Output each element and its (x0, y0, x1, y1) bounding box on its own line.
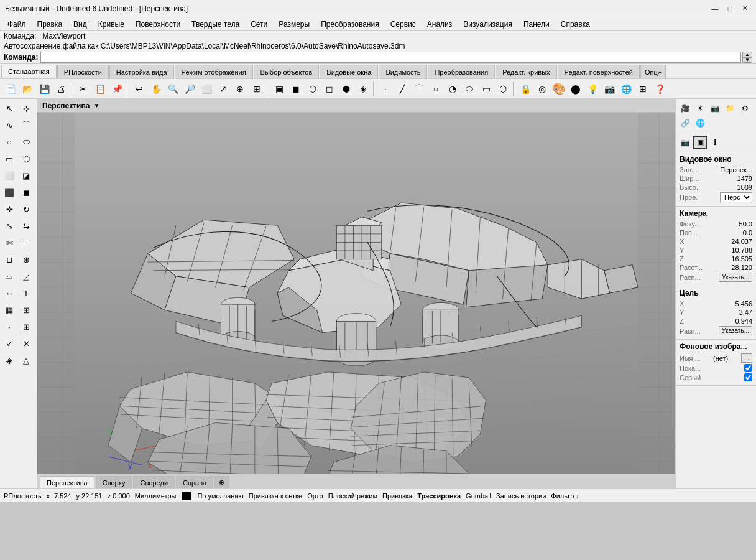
rp-btn-cam-place[interactable]: Указать... (719, 273, 752, 282)
cmd-scroll-up[interactable]: ▲ (742, 52, 752, 57)
menu-view[interactable]: Вид (68, 19, 92, 30)
close-button[interactable]: ✕ (739, 3, 751, 14)
cmd-scroll-down[interactable]: ▼ (742, 57, 752, 63)
rp-info-icon[interactable]: ℹ (708, 136, 722, 149)
tb-zoom-sel[interactable]: ⊕ (232, 81, 248, 97)
lt-scale[interactable]: ⤡ (1, 218, 17, 234)
viewport-canvas[interactable]: Z x y (37, 113, 675, 474)
lt-explode[interactable]: ⊕ (18, 251, 34, 268)
tb-shaded[interactable]: ◼ (288, 81, 304, 97)
lt-rect[interactable]: ▭ (1, 151, 17, 167)
lt-ellipse[interactable]: ⬭ (18, 134, 34, 150)
tb-circle[interactable]: ○ (428, 81, 444, 97)
cmd-input[interactable] (40, 52, 741, 63)
tb-color[interactable]: 🎨 (551, 81, 567, 97)
tb-pan[interactable]: ✋ (148, 81, 164, 97)
sb-ortho[interactable]: Орто (307, 492, 323, 500)
tb-x-ray[interactable]: ⬢ (338, 81, 354, 97)
tb-help[interactable]: ❓ (652, 81, 668, 97)
tb-zoom-all[interactable]: ⊞ (249, 81, 265, 97)
sb-flat[interactable]: Плоский режим (328, 492, 377, 500)
vp-tab-add[interactable]: ⊕ (214, 476, 229, 488)
minimize-button[interactable]: — (709, 3, 721, 14)
vp-tab-top[interactable]: Сверху (96, 476, 132, 488)
tb-line[interactable]: ╱ (394, 81, 410, 97)
lt-split[interactable]: ⊢ (18, 235, 34, 251)
menu-mesh[interactable]: Сети (246, 19, 272, 30)
lt-solid[interactable]: ◼ (18, 184, 34, 200)
lt-rotate[interactable]: ↻ (18, 201, 34, 217)
sb-snap[interactable]: Привязка (382, 492, 412, 500)
tb-ellipse[interactable]: ⬭ (461, 81, 477, 97)
tab-viewports[interactable]: Видовые окна (320, 65, 378, 78)
tb-undo[interactable]: ↩ (131, 81, 147, 97)
menu-curves[interactable]: Кривые (93, 19, 129, 30)
lt-ok[interactable]: ✓ (1, 335, 17, 352)
lt-extrude[interactable]: ⬛ (1, 184, 17, 200)
tb-print[interactable]: 🖨 (53, 81, 69, 97)
tab-select[interactable]: Выбор объектов (254, 65, 320, 78)
menu-dims[interactable]: Размеры (274, 19, 315, 30)
tb-camera-icon[interactable]: 📷 (601, 81, 617, 97)
lt-join[interactable]: ⊔ (1, 251, 17, 268)
sb-filter[interactable]: Фильтр ↓ (551, 492, 579, 500)
lt-circle[interactable]: ○ (1, 134, 17, 150)
rp-display-icon[interactable]: ▣ (693, 136, 707, 149)
lt-hatch[interactable]: ▦ (1, 302, 17, 318)
tb-light[interactable]: 💡 (584, 81, 601, 97)
tb-polyline[interactable]: ⌒ (411, 81, 427, 97)
tb-open[interactable]: 📂 (19, 81, 35, 97)
tb-material[interactable]: ⬤ (568, 81, 584, 97)
tab-edit-curves[interactable]: Редакт. кривых (496, 65, 556, 78)
menu-help[interactable]: Справка (556, 19, 595, 30)
lt-curve[interactable]: ∿ (1, 117, 17, 133)
viewport-dropdown[interactable]: ▼ (93, 102, 99, 109)
rp-btn-tgt-place[interactable]: Указать... (719, 326, 752, 335)
tb-grid[interactable]: ⊞ (635, 81, 651, 97)
lt-light[interactable]: ◈ (1, 352, 17, 368)
rp-btn-bg-browse[interactable]: ... (741, 353, 752, 363)
tab-display-mode[interactable]: Режим отображения (175, 65, 253, 78)
lt-cone[interactable]: △ (18, 352, 34, 368)
sb-history[interactable]: Запись истории (496, 492, 546, 500)
tb-zoom-win[interactable]: ⬜ (198, 81, 214, 97)
tb-wireframe[interactable]: ▣ (271, 81, 287, 97)
menu-file[interactable]: Файл (2, 19, 31, 30)
menu-surfaces[interactable]: Поверхности (131, 19, 185, 30)
tb-zoom-in[interactable]: 🔍 (165, 81, 181, 97)
rp-folder-icon[interactable]: 📁 (723, 101, 737, 115)
lt-mirror[interactable]: ⇆ (18, 218, 34, 234)
lt-control[interactable]: ⊞ (18, 319, 34, 335)
tb-new[interactable]: 📄 (2, 81, 19, 97)
lt-trim[interactable]: ✄ (1, 235, 17, 251)
tb-techd[interactable]: ◈ (355, 81, 371, 97)
lt-fillet[interactable]: ⌓ (1, 268, 17, 284)
lt-text[interactable]: T (18, 285, 34, 301)
tab-view-setup[interactable]: Настройка вида (109, 65, 174, 78)
menu-render[interactable]: Визуализация (458, 19, 517, 30)
rp-check-bg-show[interactable] (744, 364, 752, 372)
tb-save[interactable]: 💾 (36, 81, 52, 97)
rp-render-icon[interactable]: 🌐 (693, 116, 707, 130)
tab-more[interactable]: Опц» (640, 65, 666, 78)
vp-tab-front[interactable]: Спереди (133, 476, 175, 488)
tb-polygon[interactable]: ⬡ (495, 81, 511, 97)
tb-point[interactable]: · (377, 81, 394, 97)
tb-copy[interactable]: 📋 (92, 81, 108, 97)
lt-surface[interactable]: ⬜ (1, 167, 17, 184)
viewport-header[interactable]: Перспектива ▼ (37, 99, 675, 113)
tab-visibility[interactable]: Видимость (379, 65, 427, 78)
menu-analysis[interactable]: Анализ (422, 19, 458, 30)
rp-link-icon[interactable]: 🔗 (678, 116, 692, 130)
lt-move[interactable]: ✛ (1, 201, 17, 217)
sb-snap-grid[interactable]: Привязка к сетке (249, 492, 302, 500)
tb-cut[interactable]: ✂ (75, 81, 91, 97)
rp-select-proj[interactable]: Перс... Паралл... (720, 192, 752, 202)
vp-tab-perspective[interactable]: Перспектива (40, 476, 94, 488)
lt-dimension[interactable]: ↔ (1, 285, 17, 301)
rp-check-bg-grey[interactable] (744, 373, 752, 381)
lt-cancel[interactable]: ✕ (18, 335, 34, 352)
lt-select[interactable]: ↖ (1, 100, 17, 116)
menu-solids[interactable]: Твердые тела (187, 19, 244, 30)
tb-arc[interactable]: ◔ (445, 81, 461, 97)
